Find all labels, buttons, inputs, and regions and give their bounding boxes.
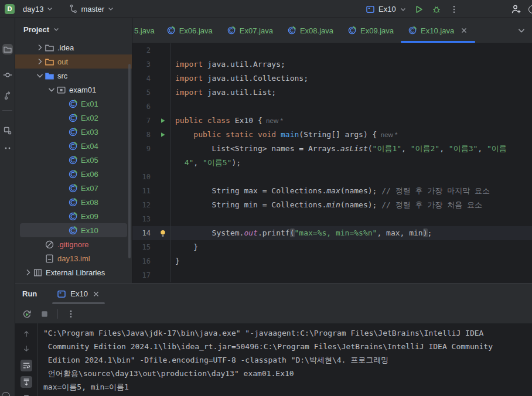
chevron-right-icon[interactable] xyxy=(35,57,45,66)
scroll-down-button[interactable] xyxy=(21,343,32,354)
project-selector[interactable]: day13 xyxy=(19,2,57,16)
gutter-spacer xyxy=(156,57,170,71)
line-number: 12 xyxy=(132,198,156,212)
run-line-button[interactable] xyxy=(156,128,170,142)
folder-src-icon xyxy=(45,71,54,81)
structure-tool-button[interactable] xyxy=(2,125,13,136)
tree-item-label: out xyxy=(57,57,68,66)
tree-item-ex07[interactable]: Ex07 xyxy=(15,181,132,195)
code-editor[interactable]: 23import java.util.Arrays;4import java.u… xyxy=(132,43,532,283)
tree-item-ex08[interactable]: Ex08 xyxy=(15,195,132,209)
library-icon xyxy=(33,268,43,278)
editor-tab-label: Ex09.java xyxy=(360,26,394,35)
bottom-tool-icon[interactable] xyxy=(2,392,10,396)
line-number: 2 xyxy=(132,43,156,57)
more-dots-icon xyxy=(3,144,12,153)
stop-button[interactable] xyxy=(37,307,52,321)
rerun-button[interactable] xyxy=(20,307,34,321)
tree-item-label: Ex05 xyxy=(81,156,98,165)
run-config-selector[interactable]: Ex10 xyxy=(363,2,409,16)
run-line-button[interactable] xyxy=(156,114,170,128)
editor-tab-bar: 5.javaEx06.javaEx07.javaEx08.javaEx09.ja… xyxy=(132,18,532,43)
more-actions-button[interactable] xyxy=(446,2,462,16)
tree-item-ex10[interactable]: Ex10 xyxy=(20,223,127,237)
close-icon[interactable] xyxy=(460,26,468,35)
intention-bulb-icon[interactable] xyxy=(156,226,170,240)
line-number xyxy=(132,156,156,170)
tree-item-ex03[interactable]: Ex03 xyxy=(15,125,132,139)
editor-tab-label: Ex06.java xyxy=(179,26,213,35)
tree-item-label: exam01 xyxy=(69,86,96,94)
tree-item-label: Ex02 xyxy=(81,114,98,122)
tab-list-chevron-button[interactable] xyxy=(517,26,526,35)
gutter-spacer xyxy=(156,156,170,170)
project-logo[interactable]: D xyxy=(5,4,15,14)
class-icon xyxy=(347,26,357,35)
code-text xyxy=(170,43,532,57)
class-icon xyxy=(68,141,78,151)
line-number: 16 xyxy=(132,254,156,268)
kebab-icon xyxy=(66,309,76,319)
editor-tab-ex09-java[interactable]: Ex09.java xyxy=(340,18,401,43)
code-text: } xyxy=(170,254,532,268)
chevron-down-icon[interactable] xyxy=(47,85,56,94)
rerun-icon xyxy=(22,309,32,319)
project-tool-button[interactable] xyxy=(2,44,13,54)
tree-item--gitignore[interactable]: .gitignore xyxy=(15,237,132,251)
editor-tab-ex08-java[interactable]: Ex08.java xyxy=(280,18,340,43)
project-panel-header[interactable]: Project xyxy=(15,18,132,40)
line-number: 6 xyxy=(132,100,156,114)
debug-button[interactable] xyxy=(429,2,444,16)
tree-item--idea[interactable]: .idea xyxy=(15,40,132,54)
run-tab[interactable]: Ex10 xyxy=(51,284,106,304)
console-output[interactable]: "C:\Program Files\Java\jdk-17\bin\java.e… xyxy=(38,323,532,396)
class-icon xyxy=(68,155,78,165)
editor-tab-5-java[interactable]: 5.java xyxy=(132,18,159,43)
file-icon xyxy=(45,254,54,264)
run-tab-label: Ex10 xyxy=(70,289,88,298)
code-text: public static void main(String[] args) {… xyxy=(170,128,532,142)
more-tool-windows-button[interactable] xyxy=(2,143,13,153)
tree-item-external-libraries[interactable]: External Libraries xyxy=(15,265,132,279)
code-line-11: 11 String max = Collections.max(names); … xyxy=(132,184,532,198)
close-icon[interactable] xyxy=(92,290,100,298)
print-button[interactable] xyxy=(21,392,32,396)
tree-item-out[interactable]: out xyxy=(15,54,132,69)
commit-tool-button[interactable] xyxy=(2,70,13,80)
tree-item-ex04[interactable]: Ex04 xyxy=(15,139,132,153)
run-button[interactable] xyxy=(411,2,427,16)
tree-item-ex09[interactable]: Ex09 xyxy=(15,209,132,223)
console-more-button[interactable] xyxy=(64,307,78,321)
chevron-right-icon[interactable] xyxy=(23,268,33,277)
tree-item-label: Ex03 xyxy=(81,128,98,136)
code-with-me-button[interactable] xyxy=(509,2,524,16)
tree-item-day13-iml[interactable]: day13.iml xyxy=(15,251,132,265)
tree-item-ex05[interactable]: Ex05 xyxy=(15,153,132,167)
code-line-12: 12 String min = Collections.min(names); … xyxy=(132,198,532,212)
branch-selector[interactable]: master xyxy=(65,2,118,16)
editor-tab-ex06-java[interactable]: Ex06.java xyxy=(159,18,220,43)
chevron-down-icon[interactable] xyxy=(35,71,45,80)
tree-item-src[interactable]: src xyxy=(15,69,132,83)
editor-tab-ex07-java[interactable]: Ex07.java xyxy=(220,18,280,43)
editor-tab-ex10-java[interactable]: Ex10.java xyxy=(401,18,475,43)
line-number: 7 xyxy=(132,114,156,128)
tree-item-exam01[interactable]: exam01 xyxy=(15,83,132,97)
tree-item-ex01[interactable]: Ex01 xyxy=(15,97,132,111)
scroll-to-end-button[interactable] xyxy=(21,376,32,388)
code-line-15: 15 } xyxy=(132,240,532,254)
version-control-tool-button[interactable] xyxy=(2,90,13,101)
run-panel-title: Run xyxy=(22,289,37,298)
chevron-spacer xyxy=(59,211,68,221)
gutter-spacer xyxy=(156,268,170,282)
tree-item-ex06[interactable]: Ex06 xyxy=(15,167,132,181)
package-icon xyxy=(56,85,66,95)
scroll-up-button[interactable] xyxy=(21,328,32,340)
soft-wrap-button[interactable] xyxy=(21,360,32,371)
tool-window-stripe xyxy=(0,18,15,396)
chevron-right-icon[interactable] xyxy=(35,43,45,52)
chevron-spacer xyxy=(59,113,68,122)
tree-item-ex02[interactable]: Ex02 xyxy=(15,111,132,125)
chevron-down-icon xyxy=(46,5,53,12)
project-scrollbar[interactable] xyxy=(128,64,131,258)
